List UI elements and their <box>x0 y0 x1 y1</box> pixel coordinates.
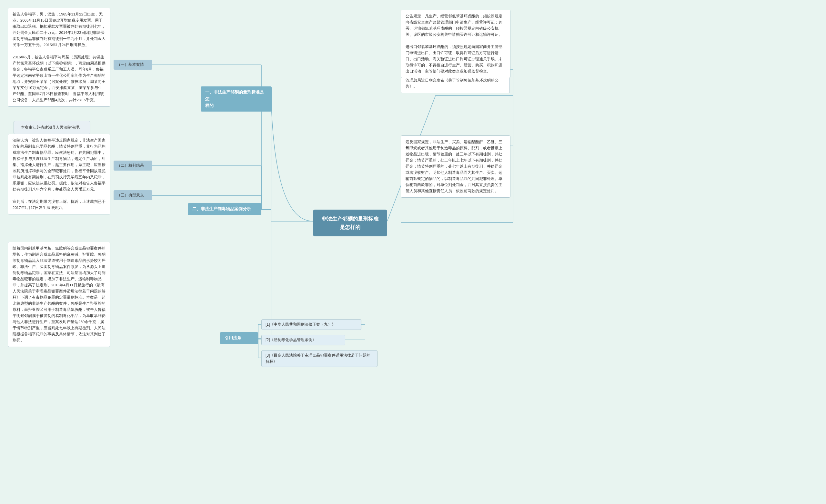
text-gonggao1: 公告规定：凡生产、经营邻氯苯基环戊酮的，须按照规定向省级安全生产监督管理部门申请… <box>401 10 511 78</box>
text-violation: 违反国家规定，非法生产、买卖、运输醋酸酐、乙醚、三氯甲烷或者其他用于制造毒品的原… <box>401 135 511 198</box>
sub-caipan: （二）裁判结果 <box>114 161 152 171</box>
branch-yinyong: 引用法条 <box>220 332 258 344</box>
sub-dianxing: （三）典型意义 <box>114 190 152 200</box>
branch-erlabel: 二、非法生产制毒物品案例分析 <box>188 203 261 215</box>
sub-jiben: （一）基本案情 <box>114 60 152 70</box>
ref-3: [3]《最高人民法院关于审理毒品犯罪案件适用法律若干问题的解释》 <box>261 350 377 367</box>
ref-2: [2]《易制毒化学品管理条例》 <box>261 335 345 345</box>
text-jiben-case: 被告人鲁福平，男，汉族，1965年11月22日出生，无业。2005年11月15日… <box>8 8 110 107</box>
branch-yilabel: 一、非法生产邻酮的量刑标准是怎样的 <box>201 86 272 112</box>
mindmap-container: 非法生产邻酮的量刑标准 是怎样的 一、非法生产邻酮的量刑标准是怎样的 二、非法生… <box>0 0 826 504</box>
text-court-note: 本案由江苏省建湖县人民法院审理。 <box>13 121 91 134</box>
text-dianxing: 随着国内制造甲基丙胺、氯胺酮等合成毒品犯罪案件的增长，作为制造合成毒品原料的麻黄… <box>8 242 110 347</box>
center-node: 非法生产邻酮的量刑标准 是怎样的 <box>313 209 387 236</box>
text-caipan: 法院认为，被告人鲁福平违反国家规定，非法生产国家管制的易制毒化学品邻酮，情节特别… <box>8 134 110 214</box>
ref-1: [1]《中华人民共和国刑法修正案（九）》 <box>261 319 361 330</box>
